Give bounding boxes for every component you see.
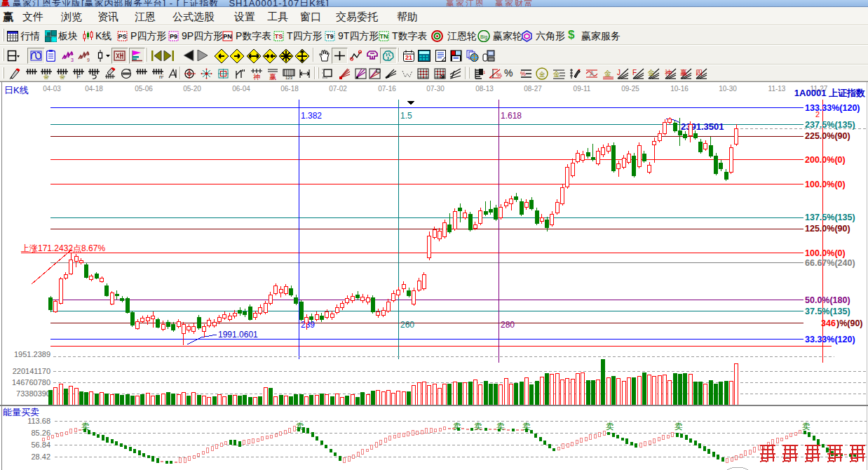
svg-text:10-16: 10-16	[670, 85, 689, 93]
svg-text:卖: 卖	[496, 422, 505, 431]
svg-text:137.5%(135): 137.5%(135)	[805, 213, 855, 222]
svg-text:卖: 卖	[81, 422, 90, 431]
svg-text:56.84: 56.84	[31, 441, 50, 449]
svg-text:10-30: 10-30	[719, 85, 737, 93]
svg-text:四: 四	[696, 69, 703, 76]
svg-text:21: 21	[405, 54, 412, 61]
svg-text:赢: 赢	[680, 69, 687, 76]
svg-text:237.5%(135): 237.5%(135)	[805, 120, 855, 130]
svg-text:上涨171.2432点8.67%: 上涨171.2432点8.67%	[21, 243, 105, 253]
svg-text:05-06: 05-06	[135, 85, 153, 93]
svg-text:113.68: 113.68	[27, 417, 50, 425]
svg-text:TS: TS	[275, 33, 283, 40]
svg-text:金: 金	[60, 74, 66, 79]
svg-text:TN: TN	[380, 33, 388, 40]
svg-text:2: 2	[815, 110, 820, 119]
svg-text:9: 9	[87, 58, 90, 62]
svg-text:F: F	[632, 69, 637, 76]
svg-text:神: 神	[253, 73, 260, 80]
svg-text:100.0%(0): 100.0%(0)	[805, 180, 846, 189]
svg-text:04-03: 04-03	[43, 85, 61, 93]
svg-text:05-20: 05-20	[183, 85, 201, 93]
svg-text:1.5: 1.5	[400, 111, 412, 121]
svg-text:1.382: 1.382	[301, 111, 322, 121]
svg-text:260: 260	[400, 320, 414, 330]
svg-text:金: 金	[43, 74, 50, 79]
svg-text:1A0001 上证指数: 1A0001 上证指数	[794, 88, 865, 98]
svg-text:n²: n²	[159, 74, 163, 79]
svg-text:卖: 卖	[606, 422, 614, 431]
svg-text:08-13: 08-13	[475, 85, 494, 93]
svg-text:卖: 卖	[453, 422, 461, 431]
svg-text:卖: 卖	[802, 422, 811, 431]
svg-text:3: 3	[71, 58, 74, 62]
svg-text:125.0%(90): 125.0%(90)	[805, 224, 850, 234]
svg-text:85.26: 85.26	[31, 429, 50, 437]
svg-text:73380390: 73380390	[16, 389, 50, 398]
svg-text:金: 金	[647, 69, 655, 76]
svg-text:280: 280	[501, 320, 515, 330]
svg-text:146760780: 146760780	[12, 378, 50, 387]
svg-text:220141170: 220141170	[13, 367, 50, 375]
svg-text:07-30: 07-30	[426, 85, 445, 93]
svg-text:日K线: 日K线	[4, 85, 29, 95]
svg-text:04-18: 04-18	[85, 85, 103, 93]
svg-text:06-04: 06-04	[232, 85, 250, 93]
svg-text:PN: PN	[223, 33, 232, 40]
svg-text:225.0%(90): 225.0%(90)	[805, 131, 850, 141]
svg-text:赢: 赢	[269, 73, 276, 80]
svg-text:卖: 卖	[474, 422, 482, 431]
svg-text:11-13: 11-13	[768, 85, 786, 93]
svg-text:1.618: 1.618	[501, 111, 522, 121]
svg-text:卖: 卖	[522, 422, 531, 431]
svg-text:133.33%(120): 133.33%(120)	[805, 103, 860, 113]
svg-text:100.0%(0): 100.0%(0)	[805, 248, 846, 258]
svg-text:1991.0601: 1991.0601	[218, 330, 258, 340]
svg-text:37.5%(135): 37.5%(135)	[805, 307, 850, 316]
svg-text:123: 123	[483, 70, 485, 74]
svg-text:卖: 卖	[674, 422, 683, 431]
svg-text:能量买卖: 能量买卖	[3, 407, 39, 417]
svg-text:1951.2389: 1951.2389	[14, 350, 50, 358]
svg-text:28.42: 28.42	[31, 452, 50, 461]
svg-text:50.0%(180): 50.0%(180)	[805, 295, 850, 305]
svg-text:F: F	[76, 73, 81, 79]
svg-text:07-16: 07-16	[378, 85, 396, 93]
svg-text:07-02: 07-02	[329, 85, 347, 93]
svg-text:200.0%(0): 200.0%(0)	[805, 155, 846, 165]
svg-text:T9: T9	[326, 33, 334, 40]
svg-text:J: J	[617, 69, 621, 76]
svg-text:)%(90): )%(90)	[836, 318, 863, 328]
svg-text:2391.3501: 2391.3501	[681, 121, 724, 132]
svg-text:33.33%(120): 33.33%(120)	[805, 335, 855, 344]
svg-text:卖: 卖	[296, 422, 304, 431]
svg-text:09-25: 09-25	[621, 85, 639, 93]
svg-text:神: 神	[665, 69, 672, 76]
svg-text:09-11: 09-11	[574, 85, 591, 93]
svg-text:金: 金	[604, 69, 611, 77]
svg-text:金: 金	[552, 70, 560, 78]
svg-text:P9: P9	[170, 33, 177, 40]
svg-text:Big: Big	[480, 34, 487, 40]
svg-text:06-18: 06-18	[280, 85, 299, 93]
svg-text:%: %	[520, 70, 526, 77]
svg-text:PS: PS	[118, 33, 126, 40]
svg-text:346: 346	[821, 318, 836, 328]
svg-text:123: 123	[285, 76, 293, 79]
svg-text:08-27: 08-27	[524, 85, 542, 93]
svg-text:%: %	[496, 72, 502, 79]
svg-text:66.67%(240): 66.67%(240)	[805, 258, 855, 268]
svg-text:A: A	[590, 70, 595, 78]
svg-text:金: 金	[539, 71, 545, 78]
